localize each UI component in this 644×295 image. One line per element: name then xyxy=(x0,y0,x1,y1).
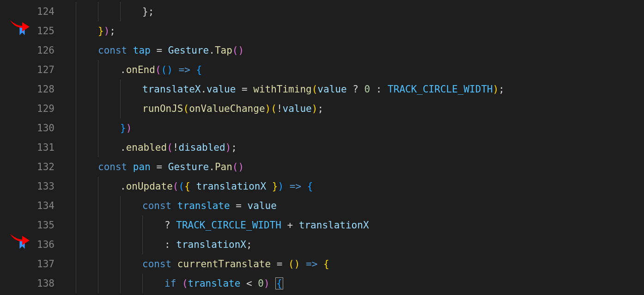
code-token: pan xyxy=(133,161,151,172)
code-text[interactable]: if (translate < 0) { xyxy=(164,274,283,293)
code-text[interactable]: const tap = Gesture.Tap() xyxy=(98,41,244,60)
line-number[interactable]: 133 xyxy=(28,177,63,196)
code-text[interactable]: const currentTranslate = () => { xyxy=(142,254,329,274)
code-token: . xyxy=(209,45,215,56)
code-line[interactable]: 138if (translate < 0) { xyxy=(0,274,644,293)
code-token: < xyxy=(240,278,258,289)
glyph-margin[interactable] xyxy=(0,26,28,36)
code-token: withTiming xyxy=(253,84,311,95)
code-token: ; xyxy=(246,239,252,250)
code-line[interactable]: 125}); xyxy=(0,21,644,41)
code-token: = xyxy=(236,84,253,95)
code-token: 0 xyxy=(365,84,371,95)
code-token: disabled xyxy=(178,142,225,153)
code-token: } xyxy=(266,181,278,192)
code-text[interactable]: }; xyxy=(142,2,154,21)
code-token: }; xyxy=(142,6,154,17)
code-token: onEnd xyxy=(126,64,155,75)
code-text[interactable]: const translate = value xyxy=(142,196,277,215)
code-token: ) xyxy=(225,142,231,153)
code-token: ( xyxy=(182,278,188,289)
code-token: . xyxy=(120,142,126,153)
code-token: = xyxy=(151,161,168,172)
code-text[interactable]: .onEnd(() => { xyxy=(120,60,202,80)
line-number[interactable]: 127 xyxy=(28,60,63,80)
bookmark-icon[interactable] xyxy=(18,26,26,36)
code-token: ) xyxy=(294,258,300,270)
code-token: + xyxy=(281,220,299,231)
code-line[interactable]: 134const translate = value xyxy=(0,196,644,215)
indent-guides xyxy=(76,215,164,235)
line-number[interactable]: 126 xyxy=(28,41,63,60)
line-number[interactable]: 134 xyxy=(28,196,63,215)
code-token xyxy=(190,64,196,75)
indent-guides xyxy=(76,60,120,80)
line-number[interactable]: 132 xyxy=(28,157,63,177)
code-line[interactable]: 133.onUpdate(({ translationX }) => { xyxy=(0,177,644,196)
code-token: ( xyxy=(178,181,184,192)
code-token xyxy=(300,258,306,270)
line-number[interactable]: 129 xyxy=(28,99,63,118)
code-token: const xyxy=(98,45,133,56)
code-text[interactable]: runOnJS(onValueChange)(!value); xyxy=(142,99,323,118)
code-line[interactable]: 124}; xyxy=(0,2,644,21)
code-text[interactable]: const pan = Gesture.Pan() xyxy=(98,157,244,177)
line-number[interactable]: 136 xyxy=(28,235,63,254)
line-number[interactable]: 128 xyxy=(28,80,63,99)
code-line[interactable]: 129runOnJS(onValueChange)(!value); xyxy=(0,99,644,118)
code-token: 0 xyxy=(258,278,264,289)
code-token: { xyxy=(275,277,283,289)
code-line[interactable]: 126const tap = Gesture.Tap() xyxy=(0,41,644,60)
code-token xyxy=(173,64,179,75)
code-token xyxy=(284,181,290,192)
indent-guides xyxy=(76,99,142,118)
code-text[interactable]: : translationX; xyxy=(164,235,252,254)
code-line[interactable]: 130}) xyxy=(0,118,644,138)
indent-guides xyxy=(76,235,164,254)
code-token xyxy=(301,181,307,192)
code-line[interactable]: 131.enabled(!disabled); xyxy=(0,138,644,157)
code-line[interactable]: 135? TRACK_CIRCLE_WIDTH + translationX xyxy=(0,215,644,235)
code-token: translate xyxy=(177,200,230,211)
code-token: value xyxy=(283,103,312,114)
code-line[interactable]: 132const pan = Gesture.Pan() xyxy=(0,157,644,177)
indent-guides xyxy=(76,138,120,157)
code-text[interactable]: }); xyxy=(98,21,115,41)
bookmark-icon[interactable] xyxy=(18,240,26,249)
indent-guides xyxy=(76,177,120,196)
code-token: Pan xyxy=(215,161,232,172)
code-token: ( xyxy=(161,64,167,75)
line-number[interactable]: 124 xyxy=(28,2,63,21)
code-token: ) xyxy=(238,161,244,172)
code-token: ) xyxy=(265,103,271,114)
code-line[interactable]: 137const currentTranslate = () => { xyxy=(0,254,644,274)
line-number[interactable]: 138 xyxy=(28,274,63,293)
indent-guides xyxy=(76,41,98,60)
indent-guides xyxy=(76,274,164,293)
code-text[interactable]: }) xyxy=(120,118,132,138)
code-token: translateX xyxy=(142,84,200,95)
code-text[interactable]: .enabled(!disabled); xyxy=(120,138,237,157)
code-text[interactable]: translateX.value = withTiming(value ? 0 … xyxy=(142,80,504,99)
code-token: ) xyxy=(278,181,284,192)
code-token: runOnJS xyxy=(142,103,183,114)
line-number[interactable]: 137 xyxy=(28,254,63,274)
code-token: ; xyxy=(231,142,237,153)
code-text[interactable]: .onUpdate(({ translationX }) => { xyxy=(120,177,313,196)
code-text[interactable]: ? TRACK_CIRCLE_WIDTH + translationX xyxy=(164,215,369,235)
line-number[interactable]: 135 xyxy=(28,215,63,235)
code-token: = xyxy=(151,45,168,56)
line-number[interactable]: 125 xyxy=(28,21,63,41)
code-token: translationX xyxy=(299,220,369,231)
code-token: => xyxy=(179,64,190,75)
code-token: if xyxy=(164,278,182,289)
glyph-margin[interactable] xyxy=(0,240,28,249)
code-line[interactable]: 136: translationX; xyxy=(0,235,644,254)
line-number[interactable]: 130 xyxy=(28,118,63,138)
code-line[interactable]: 128translateX.value = withTiming(value ?… xyxy=(0,80,644,99)
line-number[interactable]: 131 xyxy=(28,138,63,157)
code-token: ( xyxy=(155,64,161,75)
code-line[interactable]: 127.onEnd(() => { xyxy=(0,60,644,80)
code-editor[interactable]: 124}; 125});126const tap = Gesture.Tap()… xyxy=(0,0,644,293)
code-token: ( xyxy=(173,181,179,192)
